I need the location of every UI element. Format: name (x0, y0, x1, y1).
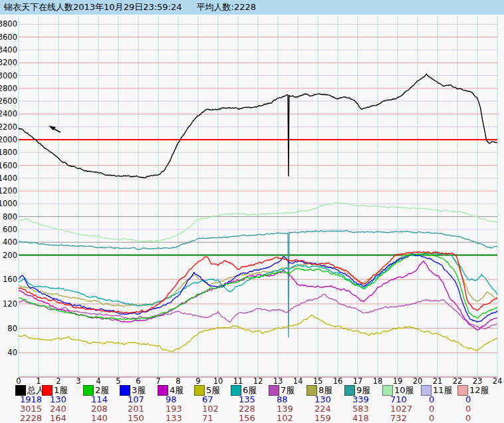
legend-value-row1: 88 (277, 394, 288, 404)
page: { "title": { "text": "锦衣天下在线人数2013年10月29… (0, 0, 504, 423)
legend-value-row3: 140 (91, 413, 108, 423)
legend-value-row2: 193 (166, 404, 182, 414)
legend-value-row1: 1918 (20, 394, 42, 404)
legend-value-row2: 139 (277, 404, 293, 414)
chart-plot: 2004006008001000120014001600180020002200… (0, 0, 504, 423)
y-axis-label: 120 (3, 299, 17, 309)
legend-series-name: 12服 (469, 384, 489, 396)
legend-value-row3: 0 (429, 413, 434, 423)
legend-value-row2: 0 (429, 404, 434, 414)
legend-value-row1: 710 (390, 394, 407, 404)
legend-value-row3: 150 (128, 413, 144, 423)
legend-value-row3: 732 (390, 413, 407, 423)
y-axis-label: 2800 (0, 84, 17, 93)
legend-value-row1: 0 (429, 394, 434, 404)
y-axis-label: 1400 (0, 174, 17, 183)
y-axis-label: 3200 (0, 58, 17, 67)
y-axis-label: 2600 (0, 96, 17, 106)
legend-value-row3: 2228 (20, 413, 42, 423)
legend-value-row1: 339 (352, 394, 369, 404)
legend-value-row3: 0 (465, 413, 471, 423)
legend-value-row3: 164 (50, 413, 66, 423)
legend-value-row2: 1027 (390, 404, 412, 414)
y-axis-label: 1600 (0, 161, 17, 170)
y-axis-label: 3000 (0, 71, 17, 80)
legend-value-row1: 130 (50, 394, 66, 404)
legend-value-row2: 0 (465, 404, 471, 414)
legend-value-row2: 224 (315, 404, 331, 414)
y-axis-label: 3800 (0, 19, 17, 29)
y-axis-label: 1800 (0, 148, 17, 157)
y-axis-label: 80 (7, 324, 17, 333)
y-axis-label: 2400 (0, 109, 17, 118)
y-axis-label: 2200 (0, 122, 17, 132)
legend-value-row3: 418 (352, 413, 369, 423)
y-axis-label: 3600 (0, 33, 17, 42)
y-axis-label: 3400 (0, 45, 17, 55)
legend-value-row3: 71 (202, 413, 213, 423)
y-axis-label: 400 (3, 237, 17, 247)
legend-value-row1: 67 (202, 394, 213, 404)
y-axis-label: 160 (3, 275, 17, 284)
legend-value-row1: 135 (239, 394, 255, 404)
legend-value-row3: 102 (277, 413, 293, 423)
legend-value-row2: 583 (352, 404, 369, 414)
y-axis-label: 600 (3, 225, 17, 234)
legend-series-name: 11服 (433, 384, 453, 396)
legend-value-row2: 201 (128, 404, 144, 414)
legend-value-row1: 130 (315, 394, 331, 404)
legend-value-row2: 208 (91, 404, 108, 414)
y-axis-label: 1200 (0, 186, 17, 196)
chart-legend: 总人数1918301522281服1302401642服1142081403服1… (0, 383, 504, 423)
legend-value-row3: 133 (166, 413, 182, 423)
legend-value-row1: 0 (465, 394, 471, 404)
legend-value-row2: 3015 (20, 404, 42, 414)
y-axis-label: 200 (3, 251, 17, 260)
y-axis-label: 2000 (0, 135, 17, 144)
legend-value-row3: 159 (315, 413, 331, 423)
y-axis-label: 800 (3, 212, 17, 221)
legend-value-row1: 107 (128, 394, 144, 404)
legend-value-row1: 114 (91, 394, 108, 404)
legend-value-row1: 98 (166, 394, 177, 404)
legend-value-row3: 156 (239, 413, 255, 423)
legend-value-row2: 228 (239, 404, 255, 414)
y-axis-label: 1000 (0, 199, 17, 208)
y-axis-label: 40 (7, 348, 17, 357)
legend-value-row2: 240 (50, 404, 66, 414)
legend-value-row2: 102 (202, 404, 219, 414)
